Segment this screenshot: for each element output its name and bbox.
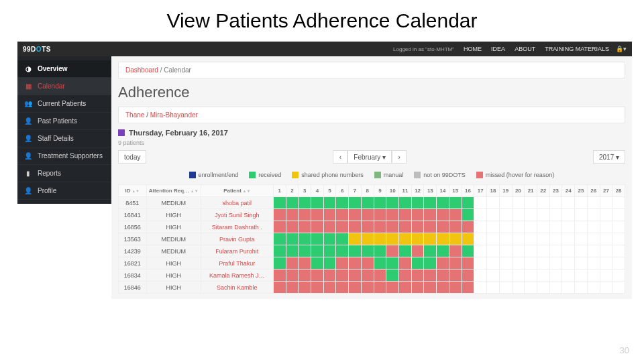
col-patient[interactable]: Patient [201, 185, 273, 197]
cell-day[interactable] [512, 245, 525, 257]
cell-day[interactable] [499, 221, 512, 233]
cell-day[interactable] [349, 269, 362, 282]
cell-day[interactable] [424, 209, 437, 221]
table-row[interactable]: 13563MEDIUMPravin Gupta [119, 233, 625, 245]
cell-day[interactable] [386, 233, 399, 245]
cell-day[interactable] [437, 197, 449, 209]
cell-day[interactable] [386, 221, 399, 233]
cell-day[interactable] [549, 282, 562, 294]
cell-day[interactable] [273, 257, 286, 269]
cell-day[interactable] [462, 245, 474, 257]
cell-day[interactable] [361, 233, 374, 245]
cell-day[interactable] [299, 221, 311, 233]
cell-day[interactable] [575, 245, 588, 257]
cell-day[interactable] [612, 209, 625, 221]
cell-day[interactable] [399, 269, 412, 282]
cell-day[interactable] [311, 282, 324, 294]
cell-patient[interactable]: Sachin Kamble [201, 282, 273, 294]
cell-day[interactable] [487, 269, 500, 282]
col-id[interactable]: ID [119, 185, 147, 197]
cell-day[interactable] [549, 257, 562, 269]
cell-day[interactable] [462, 221, 474, 233]
cell-day[interactable] [462, 257, 474, 269]
table-row[interactable]: 16834HIGHKamala Ramesh J… [119, 269, 625, 282]
cell-day[interactable] [499, 282, 512, 294]
cell-day[interactable] [512, 257, 525, 269]
cell-patient[interactable]: Pravin Gupta [201, 233, 273, 245]
cell-patient[interactable]: Kamala Ramesh J… [201, 269, 273, 282]
sidebar-item-treatment-supporters[interactable]: 👤Treatment Supporters [17, 147, 111, 165]
cell-patient[interactable]: Sitaram Dashrath . [201, 221, 273, 233]
cell-day[interactable] [273, 221, 286, 233]
nav-home[interactable]: HOME [464, 46, 482, 52]
cell-day[interactable] [361, 197, 374, 209]
cell-day[interactable] [612, 233, 625, 245]
cell-day[interactable] [311, 221, 324, 233]
cell-day[interactable] [349, 221, 362, 233]
cell-day[interactable] [311, 245, 324, 257]
cell-day[interactable] [487, 282, 500, 294]
sidebar-item-staff-details[interactable]: 👤Staff Details [17, 130, 111, 147]
cell-day[interactable] [525, 257, 537, 269]
cell-day[interactable] [336, 245, 349, 257]
sidebar-item-reports[interactable]: ▮Reports [17, 165, 111, 182]
cell-day[interactable] [462, 209, 474, 221]
cell-day[interactable] [587, 197, 600, 209]
cell-day[interactable] [537, 209, 549, 221]
cell-day[interactable] [286, 209, 299, 221]
cell-day[interactable] [311, 269, 324, 282]
cell-day[interactable] [437, 245, 449, 257]
cell-day[interactable] [286, 257, 299, 269]
cell-day[interactable] [424, 197, 437, 209]
cell-day[interactable] [273, 282, 286, 294]
cell-day[interactable] [374, 245, 386, 257]
cell-day[interactable] [499, 209, 512, 221]
cell-day[interactable] [311, 197, 324, 209]
cell-day[interactable] [299, 209, 311, 221]
cell-day[interactable] [273, 209, 286, 221]
cell-day[interactable] [437, 209, 449, 221]
cell-day[interactable] [323, 221, 336, 233]
cell-day[interactable] [587, 269, 600, 282]
cell-day[interactable] [487, 257, 500, 269]
cell-day[interactable] [286, 245, 299, 257]
cell-day[interactable] [286, 221, 299, 233]
cell-day[interactable] [399, 282, 412, 294]
cell-day[interactable] [512, 221, 525, 233]
cell-day[interactable] [424, 221, 437, 233]
cell-day[interactable] [449, 209, 462, 221]
cell-day[interactable] [575, 282, 588, 294]
cell-day[interactable] [386, 209, 399, 221]
cell-day[interactable] [525, 245, 537, 257]
cell-day[interactable] [487, 197, 500, 209]
cell-day[interactable] [374, 233, 386, 245]
cell-day[interactable] [575, 257, 588, 269]
cell-day[interactable] [512, 209, 525, 221]
cell-day[interactable] [462, 197, 474, 209]
cell-day[interactable] [474, 269, 487, 282]
location-tu[interactable]: Mira-Bhayander [150, 111, 198, 119]
cell-day[interactable] [474, 245, 487, 257]
cell-day[interactable] [361, 221, 374, 233]
cell-day[interactable] [336, 282, 349, 294]
cell-day[interactable] [411, 209, 424, 221]
cell-day[interactable] [512, 233, 525, 245]
cell-day[interactable] [537, 197, 549, 209]
cell-day[interactable] [474, 257, 487, 269]
cell-day[interactable] [374, 282, 386, 294]
cell-patient[interactable]: Fularam Purohit [201, 245, 273, 257]
cell-day[interactable] [562, 209, 575, 221]
cell-day[interactable] [299, 233, 311, 245]
cell-day[interactable] [562, 282, 575, 294]
cell-day[interactable] [273, 233, 286, 245]
cell-day[interactable] [374, 257, 386, 269]
table-row[interactable]: 16846HIGHSachin Kamble [119, 282, 625, 294]
cell-day[interactable] [600, 221, 612, 233]
cell-day[interactable] [474, 233, 487, 245]
nav-about[interactable]: ABOUT [515, 46, 535, 52]
cell-day[interactable] [549, 233, 562, 245]
cell-day[interactable] [299, 197, 311, 209]
cell-day[interactable] [437, 257, 449, 269]
sidebar-item-profile[interactable]: 👤Profile [17, 182, 111, 200]
cell-day[interactable] [449, 282, 462, 294]
